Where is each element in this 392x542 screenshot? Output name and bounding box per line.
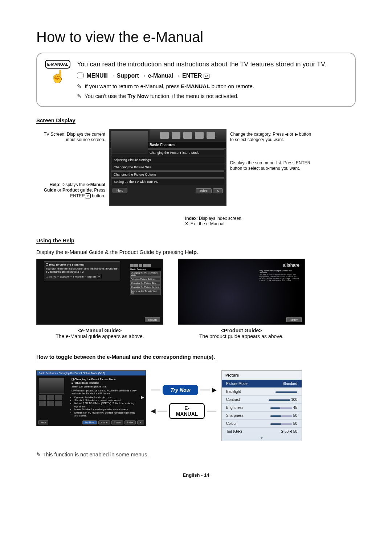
picture-menu-row[interactable]: Contrast 100: [222, 395, 302, 403]
pencil-icon: ✎: [77, 83, 82, 89]
using-help-heading: Using the Help: [36, 237, 74, 244]
try-now-button[interactable]: Try Now: [163, 385, 198, 395]
callout-tv-screen: TV Screen: Displays the current input so…: [36, 132, 105, 143]
picture-menu-row[interactable]: Sharpness 50: [222, 411, 302, 419]
picture-menu-row[interactable]: Backlight: [222, 387, 302, 395]
note1-bold: E-MANUAL: [181, 83, 210, 89]
index-button[interactable]: Index: [196, 188, 212, 193]
using-help-desc: Display the e-Manual Guide & the Product…: [36, 249, 356, 255]
chevron-right-icon[interactable]: ▶: [141, 395, 146, 400]
help-bold: Help: [50, 182, 59, 187]
tl-l0: Select your preferred picture type.: [72, 385, 137, 388]
enter-icon: ↵: [204, 74, 209, 79]
arrow-icon: →: [175, 73, 181, 79]
idx-t: : Displays index screen.: [196, 216, 242, 221]
help-tail: button.: [91, 193, 105, 198]
arrow-column: Try Now ▶ ◀ E-MANUAL: [151, 370, 216, 424]
picture-menu-row[interactable]: Colour 50: [222, 419, 302, 427]
tl-hdr: Changing the Preset Picture Mode: [74, 378, 116, 381]
e-manual-detail-screenshot: Basic Features > Changing the Preset Pic…: [36, 370, 146, 426]
mini-item: Changing the Preset Picture Mode: [130, 271, 161, 277]
picture-menu-row[interactable]: Brightness 45: [222, 403, 302, 411]
e-manual-button[interactable]: E-MANUAL: [169, 403, 205, 419]
footer-close-button[interactable]: X: [137, 420, 144, 424]
note2-pre: You can't use the: [85, 93, 127, 99]
footer-help-button[interactable]: Help: [38, 420, 48, 424]
category-icon[interactable]: [160, 132, 169, 139]
close-button[interactable]: X: [213, 188, 223, 193]
path-enter: ENTER: [182, 73, 202, 79]
chevron-down-icon[interactable]: ▼: [222, 435, 302, 441]
as-title: Play media from multiple devices with Al…: [260, 270, 292, 274]
return-button[interactable]: Return: [145, 317, 160, 322]
preview-image: [39, 378, 64, 394]
allshare-logo-icon: allshare: [283, 263, 299, 268]
footer-note: ✎ This function is not enabled in some m…: [36, 451, 356, 458]
arrow-left-icon: ◀: [151, 407, 155, 414]
category-icon[interactable]: [172, 132, 180, 139]
tl-item: Natural (LED TV) / Relax (PDP TV): Suita…: [74, 402, 137, 408]
page-title: How to view the e-Manual: [36, 29, 356, 45]
product-guide-screenshot: allshare Play media from multiple device…: [178, 259, 305, 339]
caption-title: <e-Manual Guide>: [36, 328, 163, 333]
allshare-blurb: Play media from multiple devices with Al…: [260, 270, 299, 282]
footer-zoom-button[interactable]: Zoom: [111, 420, 123, 424]
picture-menu-screenshot: Picture Picture ModeStandardBacklight Co…: [221, 370, 302, 441]
footer-home-button[interactable]: Home: [98, 420, 110, 424]
uh-pre: Display the e-Manual Guide & the Product…: [36, 249, 185, 255]
remote-button-graphic: E-MANUAL ☝: [45, 60, 70, 82]
footer-trynow-button[interactable]: Try Now: [82, 420, 97, 424]
submenu-item[interactable]: Changing the Picture Options: [111, 171, 224, 178]
submenu-item[interactable]: Adjusting Picture Settings: [111, 157, 224, 163]
hand-icon: ☝: [45, 70, 70, 82]
intro-box: E-MANUAL ☝ You can read the introduction…: [36, 53, 356, 107]
category-icon[interactable]: [195, 132, 204, 139]
note2-suf: function, if the menu is not activated.: [149, 93, 239, 99]
enter-icon: ↵: [97, 274, 102, 279]
enter-icon: ↵: [85, 193, 91, 198]
picture-menu-row[interactable]: Tint (G/R)G 50 R 50: [222, 427, 302, 435]
page-number: English - 14: [36, 472, 356, 478]
as-body: AllShare™ sets up digital devices so you…: [260, 274, 299, 282]
picture-menu-row[interactable]: Picture ModeStandard: [222, 379, 302, 387]
category-icon[interactable]: [207, 132, 215, 139]
menu-path: MENUⅢ → Support → e-Manual → ENTER ↵: [77, 72, 347, 80]
mini-item: Adjusting Picture Settings: [130, 277, 161, 281]
mini-bf: Basic Features: [130, 268, 161, 271]
path-support: Support: [117, 73, 139, 79]
s1-line: You can read the introduction and instru…: [46, 267, 118, 274]
category-icon[interactable]: [183, 132, 192, 139]
tl-pmv: TOOLS: [89, 382, 99, 384]
footer-note-text: This function is not enabled in some men…: [42, 451, 149, 457]
osd-icon: [77, 73, 83, 78]
picture-menu-title: Picture: [222, 371, 302, 379]
return-button[interactable]: Return: [286, 317, 302, 322]
submenu-item[interactable]: Changing the Picture Size: [111, 164, 224, 171]
note1-suf: button on remote.: [210, 83, 254, 89]
breadcrumb: Basic Features > Changing the Preset Pic…: [37, 371, 146, 375]
tl-item: Dynamic: Suitable for a bright room.: [74, 396, 137, 399]
help-button[interactable]: Help: [113, 188, 127, 193]
x-b: X: [185, 221, 188, 226]
arrow-icon: →: [140, 73, 146, 79]
note1-pre: If you want to return to e-Manual, press: [85, 83, 181, 89]
help-or: or: [56, 188, 62, 193]
thumbnail-icon: [39, 395, 46, 400]
footer-index-button[interactable]: Index: [124, 420, 136, 424]
intro-body: You can read the introduction and instru…: [77, 60, 347, 69]
e-manual-guide-screenshot: ❏ How to view the e-Manual You can read …: [36, 259, 163, 339]
arrow-icon: →: [109, 73, 115, 79]
tl-item: Standard: Suitable for a normal environm…: [74, 399, 137, 402]
category-row[interactable]: [150, 130, 226, 141]
note2-bold: Try Now: [127, 93, 148, 99]
tl-note: When an input source is set to PC, the P…: [72, 389, 136, 395]
mini-item: Changing the Picture Size: [130, 281, 161, 285]
mini-item: Changing the Picture Options: [130, 285, 161, 289]
idx-b: Index: [185, 216, 196, 221]
submenu-item[interactable]: Setting up the TV with Your PC: [111, 178, 224, 185]
caption-title: <Product Guide>: [178, 328, 305, 333]
note-1: ✎ If you want to return to e-Manual, pre…: [77, 82, 347, 90]
callout-index: Index: Displays index screen. X: Exit th…: [185, 216, 356, 227]
caption-line: The product guide appears as above.: [178, 333, 305, 339]
note-2: ✎ You can't use the Try Now function, if…: [77, 92, 347, 100]
